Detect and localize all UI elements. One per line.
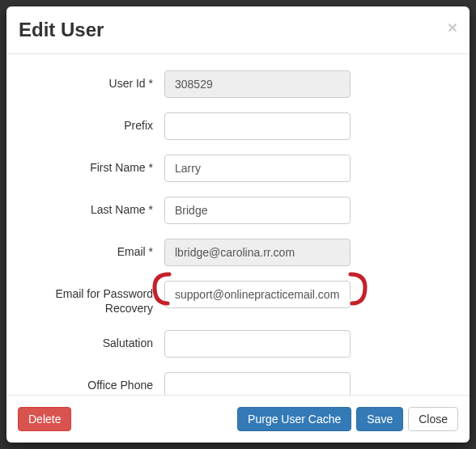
- label-email: Email *: [19, 239, 164, 259]
- input-email-recovery[interactable]: [164, 281, 351, 308]
- input-last-name[interactable]: [164, 197, 351, 224]
- input-email[interactable]: [164, 239, 351, 266]
- row-prefix: Prefix: [19, 112, 457, 140]
- delete-button[interactable]: Delete: [18, 407, 71, 431]
- close-button[interactable]: Close: [408, 407, 458, 431]
- label-office-phone: Office Phone: [19, 372, 164, 392]
- input-first-name[interactable]: [164, 155, 351, 182]
- modal-header: Edit User ×: [6, 6, 470, 54]
- save-button[interactable]: Save: [356, 407, 403, 431]
- input-prefix[interactable]: [164, 112, 351, 140]
- input-user-id[interactable]: [164, 70, 351, 98]
- row-user-id: User Id *: [19, 70, 457, 98]
- label-email-recovery: Email for Password Recovery: [19, 281, 164, 316]
- purge-user-cache-button[interactable]: Purge User Cache: [237, 407, 351, 431]
- edit-user-modal: Edit User × User Id * Prefix First Name …: [6, 6, 470, 443]
- label-first-name: First Name *: [19, 155, 164, 175]
- row-office-phone: Office Phone: [19, 372, 457, 395]
- modal-footer: Delete Purge User Cache Save Close: [6, 395, 470, 443]
- modal-title: Edit User: [19, 19, 448, 41]
- row-last-name: Last Name *: [19, 197, 457, 224]
- row-email: Email *: [19, 239, 457, 266]
- label-prefix: Prefix: [19, 112, 164, 133]
- input-office-phone[interactable]: [164, 372, 351, 395]
- modal-body[interactable]: User Id * Prefix First Name * Last Name …: [6, 54, 470, 395]
- row-salutation: Salutation: [19, 330, 457, 358]
- label-user-id: User Id *: [19, 70, 164, 91]
- label-last-name: Last Name *: [19, 197, 164, 217]
- close-icon[interactable]: ×: [448, 19, 457, 36]
- row-first-name: First Name *: [19, 155, 457, 182]
- row-email-recovery: Email for Password Recovery: [19, 281, 457, 316]
- label-salutation: Salutation: [19, 330, 164, 350]
- input-salutation[interactable]: [164, 330, 351, 358]
